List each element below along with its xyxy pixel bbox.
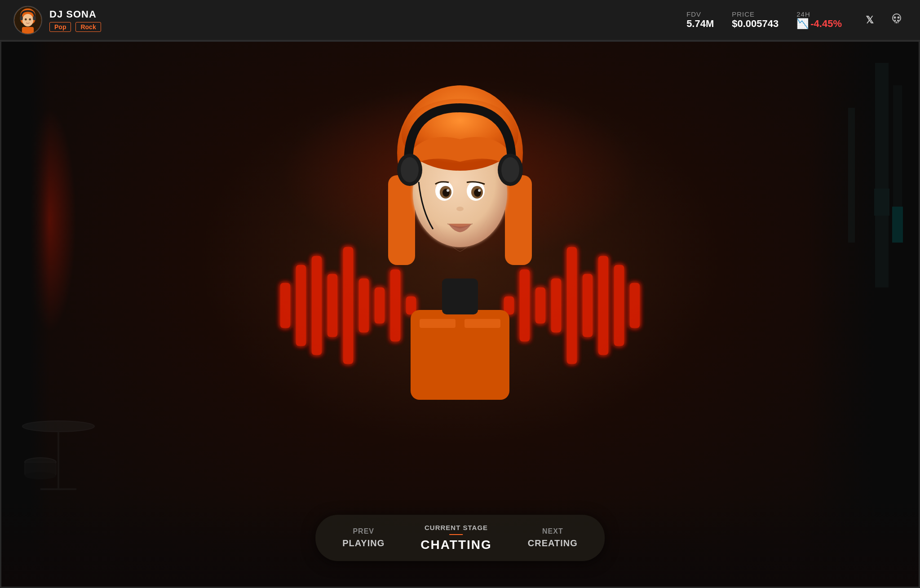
- svg-point-63: [478, 189, 481, 192]
- change-label: 24H: [796, 10, 810, 18]
- price-value: $0.005743: [732, 18, 778, 30]
- svg-point-4: [22, 13, 33, 26]
- svg-rect-8: [33, 16, 36, 20]
- svg-rect-65: [875, 63, 889, 287]
- twitter-x-button[interactable]: 𝕏: [860, 10, 880, 30]
- agent-tags: Pop Rock: [49, 22, 101, 32]
- skull-mask-icon: [890, 13, 903, 28]
- svg-rect-46: [442, 279, 478, 314]
- navbar: DJ SONA Pop Rock FDV 5.74M PRICE $0.0057…: [0, 0, 920, 40]
- next-value: CREATING: [528, 538, 578, 548]
- svg-point-5: [25, 18, 27, 20]
- svg-point-62: [447, 189, 449, 192]
- stage-panel: PREV PLAYING CURRENT STAGE CHATTING NEXT…: [315, 515, 605, 561]
- current-stage-label: CURRENT STAGE: [425, 524, 488, 531]
- svg-rect-19: [280, 283, 290, 328]
- trending-down-icon: 📉: [796, 18, 809, 30]
- svg-point-6: [29, 18, 31, 20]
- change-value: 📉 -4.45%: [796, 18, 842, 30]
- stat-24h: 24H 📉 -4.45%: [796, 10, 842, 30]
- profile-button[interactable]: [887, 10, 907, 30]
- svg-rect-49: [505, 175, 532, 265]
- price-label: PRICE: [732, 10, 755, 18]
- svg-point-37: [22, 421, 94, 432]
- prev-stage-section[interactable]: PREV PLAYING: [342, 527, 385, 548]
- svg-rect-15: [896, 20, 897, 21]
- svg-rect-16: [895, 22, 898, 23]
- current-stage-section: CURRENT STAGE CHATTING: [420, 524, 492, 552]
- agent-name: DJ SONA: [49, 9, 101, 20]
- nav-left: DJ SONA Pop Rock: [13, 6, 101, 35]
- svg-rect-68: [892, 207, 903, 243]
- svg-rect-48: [388, 175, 415, 265]
- svg-rect-67: [848, 108, 855, 243]
- stat-fdv: FDV 5.74M: [686, 10, 714, 30]
- prev-value: PLAYING: [342, 538, 385, 548]
- svg-rect-36: [630, 283, 640, 328]
- svg-rect-45: [464, 319, 500, 328]
- stat-price: PRICE $0.005743: [732, 10, 778, 30]
- next-stage-section[interactable]: NEXT CREATING: [528, 527, 578, 548]
- svg-rect-9: [22, 27, 34, 34]
- nav-right: FDV 5.74M PRICE $0.005743 24H 📉 -4.45% 𝕏: [686, 10, 907, 30]
- svg-point-11: [894, 16, 896, 18]
- svg-rect-69: [874, 189, 889, 216]
- current-stage-value: CHATTING: [420, 538, 492, 552]
- next-label: NEXT: [542, 527, 563, 535]
- tag-pop[interactable]: Pop: [49, 22, 71, 32]
- avatar: [13, 6, 42, 35]
- stage-divider: [450, 534, 463, 535]
- svg-rect-44: [420, 319, 456, 328]
- svg-rect-7: [20, 16, 23, 20]
- fdv-label: FDV: [686, 10, 701, 18]
- agent-info: DJ SONA Pop Rock: [49, 9, 101, 32]
- svg-point-64: [456, 207, 464, 211]
- svg-point-42: [25, 472, 56, 479]
- svg-point-53: [401, 157, 419, 182]
- prev-label: PREV: [353, 527, 374, 535]
- character-svg: [343, 49, 577, 400]
- svg-point-55: [501, 157, 519, 182]
- svg-rect-66: [893, 85, 902, 220]
- pipes-area: [821, 63, 911, 287]
- main-scene: PREV PLAYING CURRENT STAGE CHATTING NEXT…: [0, 40, 920, 588]
- svg-rect-14: [897, 20, 899, 21]
- nav-icons: 𝕏: [860, 10, 907, 30]
- svg-point-12: [898, 16, 900, 18]
- tag-rock[interactable]: Rock: [75, 22, 101, 32]
- fdv-value: 5.74M: [686, 18, 714, 30]
- x-icon: 𝕏: [866, 14, 874, 26]
